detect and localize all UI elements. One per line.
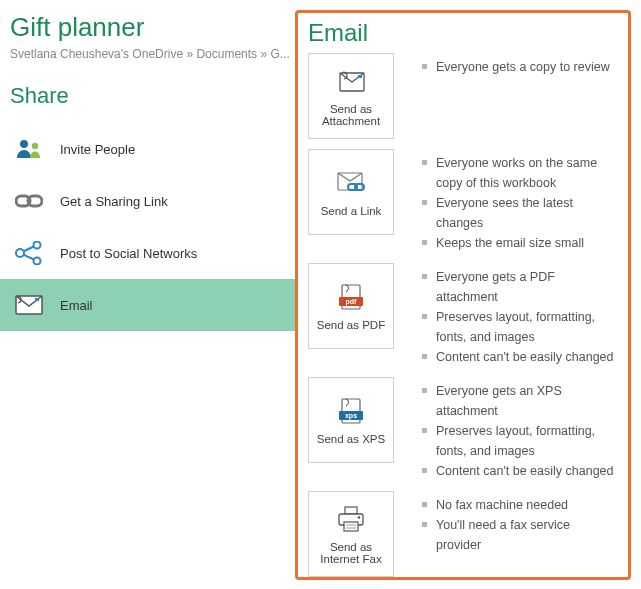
option-point: Preserves layout, formatting, fonts, and… xyxy=(422,307,618,347)
option-point: No fax machine needed xyxy=(422,495,618,515)
pdf-icon: pdf xyxy=(335,281,367,313)
option-point: Preserves layout, formatting, fonts, and… xyxy=(422,421,618,461)
svg-point-0 xyxy=(20,140,28,148)
attachment-icon xyxy=(335,65,367,97)
svg-point-7 xyxy=(34,242,41,249)
share-item-sharing-link[interactable]: Get a Sharing Link xyxy=(0,175,295,227)
email-option-row: Send as Internet Fax No fax machine need… xyxy=(308,491,618,577)
option-description: Everyone gets an XPS attachment Preserve… xyxy=(422,381,618,481)
email-panel-heading: Email xyxy=(308,19,618,47)
send-link-icon xyxy=(335,167,367,199)
option-label: Send as PDF xyxy=(317,319,385,331)
email-option-row: Send as Attachment Everyone gets a copy … xyxy=(308,53,618,139)
option-point: Everyone works on the same copy of this … xyxy=(422,153,618,193)
send-a-link-button[interactable]: Send a Link xyxy=(308,149,394,235)
share-item-invite-people[interactable]: Invite People xyxy=(0,123,295,175)
svg-text:pdf: pdf xyxy=(346,298,358,306)
email-option-row: pdf Send as PDF Everyone gets a PDF atta… xyxy=(308,263,618,367)
send-as-pdf-button[interactable]: pdf Send as PDF xyxy=(308,263,394,349)
option-description: No fax machine needed You'll need a fax … xyxy=(422,495,618,555)
share-list: Invite People Get a Sharing Link xyxy=(0,123,295,331)
svg-point-6 xyxy=(16,249,24,257)
social-networks-icon xyxy=(14,238,44,268)
send-as-attachment-button[interactable]: Send as Attachment xyxy=(308,53,394,139)
page-title: Gift planner xyxy=(10,12,295,43)
svg-point-1 xyxy=(32,143,38,149)
option-point: Content can't be easily changed xyxy=(422,347,618,367)
option-point: Everyone gets a copy to review xyxy=(422,57,610,77)
option-point: You'll need a fax service provider xyxy=(422,515,618,555)
svg-rect-25 xyxy=(344,522,358,531)
share-item-label: Post to Social Networks xyxy=(60,246,197,261)
share-item-label: Email xyxy=(60,298,93,313)
email-panel: Email Send as Attachment Every xyxy=(295,10,631,580)
share-item-social-networks[interactable]: Post to Social Networks xyxy=(0,227,295,279)
option-point: Content can't be easily changed xyxy=(422,461,618,481)
option-description: Everyone works on the same copy of this … xyxy=(422,153,618,253)
email-icon xyxy=(14,290,44,320)
share-item-email[interactable]: Email xyxy=(0,279,295,331)
send-as-xps-button[interactable]: xps Send as XPS xyxy=(308,377,394,463)
svg-rect-12 xyxy=(358,75,362,78)
svg-point-24 xyxy=(358,516,361,519)
share-item-label: Invite People xyxy=(60,142,135,157)
breadcrumb[interactable]: Svetlana Cheusheva's OneDrive » Document… xyxy=(10,47,295,61)
option-point: Everyone sees the latest changes xyxy=(422,193,618,233)
sharing-link-icon xyxy=(14,186,44,216)
option-label: Send as Attachment xyxy=(313,103,389,127)
share-sidebar: Gift planner Svetlana Cheusheva's OneDri… xyxy=(0,0,295,589)
email-option-row: xps Send as XPS Everyone gets an XPS att… xyxy=(308,377,618,481)
xps-icon: xps xyxy=(335,395,367,427)
send-as-internet-fax-button[interactable]: Send as Internet Fax xyxy=(308,491,394,577)
option-label: Send as XPS xyxy=(317,433,385,445)
share-heading: Share xyxy=(10,83,295,109)
option-label: Send a Link xyxy=(321,205,382,217)
email-option-row: Send a Link Everyone works on the same c… xyxy=(308,149,618,253)
share-item-label: Get a Sharing Link xyxy=(60,194,168,209)
svg-text:xps: xps xyxy=(345,412,357,420)
option-point: Everyone gets an XPS attachment xyxy=(422,381,618,421)
option-point: Everyone gets a PDF attachment xyxy=(422,267,618,307)
option-description: Everyone gets a PDF attachment Preserves… xyxy=(422,267,618,367)
svg-point-8 xyxy=(34,258,41,265)
option-label: Send as Internet Fax xyxy=(313,541,389,565)
option-description: Everyone gets a copy to review xyxy=(422,57,610,77)
svg-rect-22 xyxy=(345,507,357,514)
fax-icon xyxy=(335,503,367,535)
option-point: Keeps the email size small xyxy=(422,233,618,253)
invite-people-icon xyxy=(14,134,44,164)
svg-rect-10 xyxy=(35,298,39,301)
